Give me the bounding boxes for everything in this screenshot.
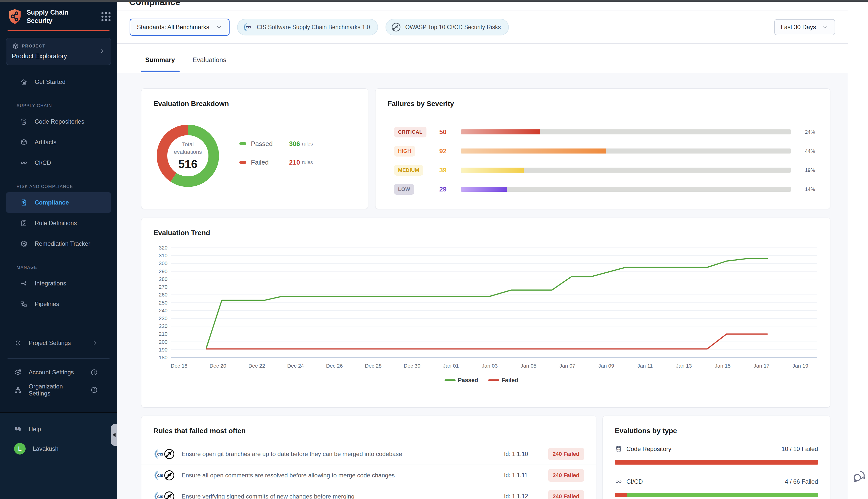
project-selector[interactable]: PROJECT Product Exploratory	[6, 38, 111, 65]
sidebar-item-integrations[interactable]: Integrations	[6, 273, 111, 294]
svg-text:250: 250	[159, 300, 168, 305]
svg-text:Failed: Failed	[501, 377, 518, 384]
sidebar-item-get-started[interactable]: Get Started	[6, 72, 111, 92]
sidebar-item-ci-cd[interactable]: CI/CD	[6, 153, 111, 173]
sidebar-item-label: Pipelines	[35, 301, 59, 307]
cicd-icon	[20, 159, 28, 167]
divider	[8, 358, 110, 358]
rule-id: Id: 1.1.10	[504, 451, 548, 458]
cicd-icon	[615, 478, 622, 485]
type-item-code-repository: </>Code Repository10 / 10 Failed	[615, 443, 818, 465]
avatar: L	[14, 443, 26, 454]
svg-text:Dec 30: Dec 30	[404, 363, 420, 369]
date-range-dropdown[interactable]: Last 30 Days	[774, 19, 835, 35]
passed-count: 306	[289, 140, 300, 148]
svg-text:300: 300	[159, 260, 168, 266]
tab-summary[interactable]: Summary	[141, 56, 179, 72]
svg-text:Jan 05: Jan 05	[521, 363, 536, 369]
donut-legend: Passed 306 rules Failed 210 rules	[239, 138, 313, 175]
type-failed-value: 10 / 10 Failed	[782, 446, 818, 452]
sidebar-item-remediation-tracker[interactable]: Remediation Tracker	[6, 233, 111, 254]
evaluation-trend-chart: 1801902002102202302402502602702802903003…	[141, 218, 831, 408]
svg-text:Dec 22: Dec 22	[248, 363, 265, 369]
svg-text:Jan 15: Jan 15	[715, 363, 731, 369]
severity-badge: LOW	[394, 184, 414, 195]
type-failed-value: 4 / 66 Failed	[785, 478, 818, 485]
app-switcher-grid-icon[interactable]	[101, 12, 111, 21]
svg-text:290: 290	[159, 268, 168, 274]
standard-chip[interactable]: OWASP Top 10 CI/CD Security Risks	[385, 19, 509, 35]
compliance-icon	[20, 199, 28, 206]
account-settings-icon	[14, 369, 22, 376]
owasp-logo-icon	[163, 448, 175, 460]
severity-bar	[461, 148, 791, 154]
sidebar-item-help[interactable]: ? Help	[0, 419, 117, 439]
severity-count: 29	[439, 185, 461, 193]
feedback-chat-bubbles-icon[interactable]	[852, 467, 867, 485]
sidebar-item-label: Rule Definitions	[35, 220, 77, 227]
rule-id: Id: 1.1.11	[504, 472, 548, 479]
severity-badge: MEDIUM	[394, 165, 423, 175]
content: Evaluation Breakdown Total evaluations 5…	[117, 73, 848, 499]
svg-text:Jan 19: Jan 19	[792, 363, 808, 369]
type-label: Code Repository	[627, 446, 782, 452]
user-menu[interactable]: L Lavakush	[0, 439, 117, 459]
sidebar-item-compliance[interactable]: Compliance	[6, 192, 111, 213]
rule-failed-badge: 240 Failed	[548, 490, 584, 499]
info-icon[interactable]	[90, 369, 98, 376]
rules-rows: CISEnsure open git branches are up to da…	[141, 443, 596, 499]
sidebar-collapse-handle[interactable]	[111, 424, 117, 446]
svg-text:210: 210	[159, 331, 168, 337]
svg-text:Dec 24: Dec 24	[287, 363, 304, 369]
trend-legend-item-passed[interactable]: Passed	[445, 377, 478, 384]
sidebar-item-label: Project Settings	[29, 339, 71, 346]
svg-text:260: 260	[159, 292, 168, 297]
standards-chips: CISCIS Software Supply Chain Benchmarks …	[237, 19, 509, 35]
sidebar-item-rule-definitions[interactable]: Rule Definitions	[6, 213, 111, 233]
standards-dropdown[interactable]: Standards: All Benchmarks	[129, 19, 230, 36]
rule-row[interactable]: CISEnsure verifying signed commits of ne…	[141, 486, 596, 499]
trend-legend-item-failed[interactable]: Failed	[489, 377, 518, 384]
app-logo-shield-icon[interactable]	[8, 9, 22, 25]
home-icon	[20, 78, 28, 86]
sidebar-item-artifacts[interactable]: Artifacts	[6, 132, 111, 153]
rule-row[interactable]: CISEnsure all open comments are resolved…	[141, 465, 596, 486]
severity-bar	[461, 187, 791, 192]
svg-text:Jan 17: Jan 17	[754, 363, 769, 369]
svg-text:240: 240	[159, 307, 168, 313]
code-repo-icon: </>	[615, 445, 622, 453]
severity-percent: 14%	[805, 186, 815, 192]
sidebar-item-project-settings[interactable]: Project Settings	[0, 333, 117, 353]
standard-chip[interactable]: CISCIS Software Supply Chain Benchmarks …	[237, 19, 378, 35]
svg-text:Jan 09: Jan 09	[598, 363, 614, 369]
brand-divider	[8, 30, 110, 31]
svg-text:CIS: CIS	[157, 474, 163, 478]
svg-text:310: 310	[159, 253, 168, 258]
sidebar-item-account-settings[interactable]: Account Settings	[0, 364, 117, 381]
svg-text:Passed: Passed	[458, 377, 478, 384]
gear-icon	[14, 339, 22, 347]
legend-item-passed: Passed 306 rules	[239, 138, 313, 149]
svg-text:200: 200	[159, 339, 168, 345]
project-name: Product Exploratory	[12, 52, 99, 60]
chevron-right-icon	[99, 48, 105, 54]
type-items: </>Code Repository10 / 10 FailedCI/CD4 /…	[615, 443, 818, 499]
owasp-logo-icon	[163, 470, 175, 481]
severity-badge: HIGH	[394, 146, 415, 157]
info-icon[interactable]	[90, 386, 98, 394]
sidebar-item-organization-settings[interactable]: Organization Settings	[0, 381, 117, 399]
sidebar-item-pipelines[interactable]: Pipelines	[6, 294, 111, 314]
svg-text:Dec 20: Dec 20	[210, 363, 226, 369]
evaluation-trend-card: Evaluation Trend 18019020021022023024025…	[141, 218, 830, 407]
rule-definitions-icon	[20, 219, 28, 227]
chip-label: CIS Software Supply Chain Benchmarks 1.0	[257, 24, 370, 31]
rule-failed-badge: 240 Failed	[548, 469, 584, 482]
sidebar-item-label: Account Settings	[29, 369, 74, 376]
tab-evaluations[interactable]: Evaluations	[188, 56, 231, 72]
standards-dropdown-value: Standards: All Benchmarks	[137, 24, 209, 31]
sidebar-item-code-repositories[interactable]: </>Code Repositories	[6, 111, 111, 132]
rule-row[interactable]: CISEnsure open git branches are up to da…	[141, 443, 596, 465]
svg-text:Jan 13: Jan 13	[676, 363, 692, 369]
svg-text:?: ?	[16, 427, 18, 430]
filter-bar: Standards: All Benchmarks CISCIS Softwar…	[117, 11, 848, 44]
